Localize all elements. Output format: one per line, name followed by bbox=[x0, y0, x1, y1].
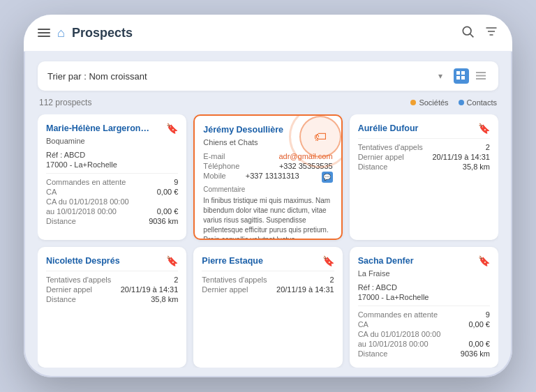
societes-dot bbox=[410, 100, 416, 105]
distance-value: 35,8 km bbox=[463, 163, 490, 171]
bookmark-icon[interactable]: 🔖 bbox=[478, 123, 490, 134]
email-field: E-mail adr@gmail.com bbox=[203, 152, 332, 160]
card-ref: Réf : ABCD bbox=[46, 151, 178, 159]
card-sacha[interactable]: Sacha Denfer 🔖 La Fraise Réf : ABCD 1700… bbox=[350, 247, 498, 368]
ca-label: CA bbox=[46, 188, 57, 196]
card-nicolette[interactable]: Nicolette Després 🔖 Tentatives d'appels … bbox=[38, 247, 186, 368]
email-label: E-mail bbox=[203, 152, 225, 160]
comment-text: In finibus tristique mi quis maximus. Na… bbox=[203, 196, 332, 240]
last-call-value: 20/11/19 à 14:31 bbox=[121, 285, 179, 294]
ca-value: 0,00 € bbox=[468, 320, 490, 329]
card-name: Marie-Hélène Largeron… bbox=[46, 123, 149, 134]
ca-label: CA bbox=[358, 320, 368, 329]
card-header: Jérémy Desoullière bbox=[203, 124, 332, 135]
card-aurelie[interactable]: Aurélie Dufour 🔖 Tentatives d'appels 2 D… bbox=[350, 114, 498, 240]
home-icon[interactable]: ⌂ bbox=[57, 26, 65, 40]
commands-row: Commandes en attente 9 bbox=[46, 178, 178, 186]
distance-label: Distance bbox=[358, 349, 388, 358]
card-address: 17000 - La+Rochelle bbox=[358, 293, 490, 301]
svg-rect-7 bbox=[456, 76, 460, 80]
last-call-label: Dernier appel bbox=[202, 285, 248, 294]
stats-row: 112 prospects Sociétés Contacts bbox=[38, 98, 498, 107]
distance-row: Distance 9036 km bbox=[46, 217, 178, 225]
distance-value: 9036 km bbox=[461, 349, 490, 358]
last-call-row: Dernier appel 20/11/19 à 14:31 bbox=[202, 285, 334, 294]
ca-value: 0,00 € bbox=[157, 188, 179, 196]
card-ref: Réf : ABCD bbox=[358, 283, 490, 292]
svg-rect-5 bbox=[456, 71, 460, 75]
commands-value: 9 bbox=[486, 310, 490, 319]
date-label2: au 10/01/2018 00:00 bbox=[358, 340, 429, 348]
ca-row: CA 0,00 € bbox=[46, 188, 178, 196]
device-frame: ⌂ Prospects Trier par : Nom croissant ▾ bbox=[24, 15, 512, 377]
mobile-value: +337 13131313 bbox=[246, 172, 299, 183]
chat-icon[interactable] bbox=[322, 172, 333, 183]
bookmark-icon[interactable]: 🔖 bbox=[478, 255, 490, 266]
bookmark-icon[interactable]: 🔖 bbox=[166, 255, 178, 266]
date-label: CA du 01/01/2018 00:00 bbox=[358, 330, 441, 338]
filter-icon[interactable] bbox=[484, 24, 498, 41]
sort-chevron-icon[interactable]: ▾ bbox=[438, 71, 442, 81]
last-call-row: Dernier appel 20/11/19 à 14:31 bbox=[358, 153, 490, 161]
comment-label: Commentaire bbox=[203, 186, 332, 193]
card-name: Sacha Denfer bbox=[358, 255, 414, 266]
svg-rect-6 bbox=[461, 71, 465, 75]
mobile-label: Mobile bbox=[203, 172, 225, 183]
calls-label: Tentatives d'appels bbox=[46, 276, 111, 284]
cards-grid: Marie-Hélène Largeron… 🔖 Boquamine Réf :… bbox=[38, 114, 498, 368]
svg-rect-8 bbox=[461, 76, 465, 80]
ca-row: CA 0,00 € bbox=[358, 320, 490, 329]
distance-row: Distance 35,8 km bbox=[358, 163, 490, 171]
last-call-value: 20/11/19 à 14:31 bbox=[432, 153, 490, 161]
svg-point-0 bbox=[463, 27, 471, 35]
card-marie-helene[interactable]: Marie-Hélène Largeron… 🔖 Boquamine Réf :… bbox=[38, 114, 186, 240]
list-view-button[interactable] bbox=[473, 68, 489, 84]
legend: Sociétés Contacts bbox=[410, 98, 497, 107]
distance-row: Distance 9036 km bbox=[358, 349, 490, 358]
card-name: Aurélie Dufour bbox=[358, 123, 419, 134]
card-name: Pierre Estaque bbox=[202, 255, 263, 266]
svg-line-1 bbox=[470, 34, 474, 38]
bookmark-icon[interactable]: 🔖 bbox=[166, 123, 178, 134]
calls-row: Tentatives d'appels 2 bbox=[202, 276, 334, 284]
sort-select-label[interactable]: Trier par : Nom croissant bbox=[47, 71, 433, 82]
page-title: Prospects bbox=[72, 26, 133, 40]
prospects-count: 112 prospects bbox=[39, 98, 91, 107]
menu-icon[interactable] bbox=[38, 29, 50, 37]
card-pierre[interactable]: Pierre Estaque 🔖 Tentatives d'appels 2 D… bbox=[193, 247, 342, 368]
card-company: La Fraise bbox=[358, 269, 490, 278]
card-header: Pierre Estaque 🔖 bbox=[202, 255, 334, 266]
societes-label: Sociétés bbox=[419, 98, 448, 107]
card-company: Boquamine bbox=[46, 137, 178, 145]
header-left: ⌂ Prospects bbox=[38, 26, 461, 40]
date-value: 0,00 € bbox=[468, 340, 490, 348]
contacts-dot bbox=[459, 100, 464, 105]
card-company: Chiens et Chats bbox=[203, 138, 332, 146]
legend-societes: Sociétés bbox=[410, 98, 448, 107]
calls-value: 2 bbox=[486, 143, 490, 151]
search-icon[interactable] bbox=[461, 24, 475, 41]
commands-value: 9 bbox=[174, 178, 178, 186]
last-call-label: Dernier appel bbox=[358, 153, 404, 161]
date-label2: au 10/01/2018 00:00 bbox=[46, 207, 117, 216]
calls-row: Tentatives d'appels 2 bbox=[46, 276, 178, 284]
calls-label: Tentatives d'appels bbox=[358, 143, 423, 151]
email-value[interactable]: adr@gmail.com bbox=[278, 152, 332, 160]
date-row2: au 10/01/2018 00:00 0,00 € bbox=[46, 207, 178, 216]
svg-rect-10 bbox=[476, 75, 486, 77]
calls-value: 2 bbox=[330, 276, 334, 284]
phone-value: +332 35353535 bbox=[279, 162, 333, 170]
distance-label: Distance bbox=[46, 295, 76, 303]
commands-label: Commandes en attente bbox=[46, 178, 126, 186]
commands-row: Commandes en attente 9 bbox=[358, 310, 490, 319]
bookmark-icon[interactable]: 🔖 bbox=[322, 255, 334, 266]
calls-row: Tentatives d'appels 2 bbox=[358, 143, 490, 151]
header: ⌂ Prospects bbox=[24, 15, 512, 52]
sort-bar: Trier par : Nom croissant ▾ bbox=[38, 61, 498, 91]
card-header: Sacha Denfer 🔖 bbox=[358, 255, 490, 266]
grid-view-button[interactable] bbox=[454, 68, 469, 84]
distance-label: Distance bbox=[46, 217, 76, 225]
ref-label: Réf : ABCD bbox=[358, 283, 397, 292]
calls-value: 2 bbox=[174, 276, 178, 284]
card-jeremy[interactable]: 🏷 Jérémy Desoullière Chiens et Chats E-m… bbox=[193, 114, 342, 240]
